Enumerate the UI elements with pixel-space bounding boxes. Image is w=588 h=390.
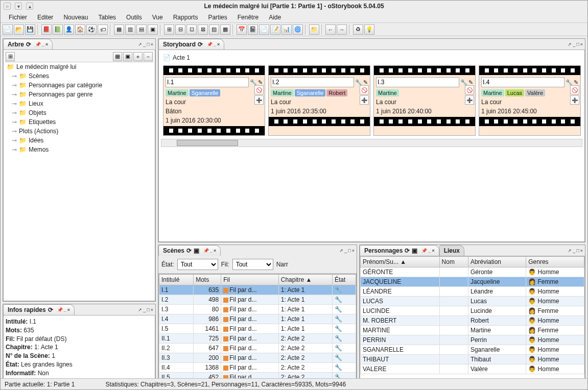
character-row[interactable]: M. ROBERTRobert👨 Homme [361, 316, 584, 326]
tree-item-0[interactable]: ⊸📁 Scènes [5, 71, 154, 81]
pin-icon[interactable]: 📌 [35, 42, 41, 47]
opt-icon[interactable]: ▣ [194, 247, 199, 254]
pin-icon[interactable]: 📌 [203, 248, 209, 253]
toolbar-new-icon[interactable]: 📄 [3, 25, 13, 35]
pin-icon[interactable]: 📌 [421, 248, 427, 253]
tree-root[interactable]: 📁 Le médecin malgré lui [5, 62, 154, 71]
close2-icon[interactable]: × [580, 248, 583, 253]
toolbar-chapter-icon[interactable]: 📗 [53, 25, 63, 35]
add-icon[interactable]: ➕ [360, 95, 369, 105]
scenes-header[interactable]: Chapitre ▲ [278, 275, 332, 285]
block-icon[interactable]: 🚫 [465, 85, 474, 94]
character-row[interactable]: LUCINDELucinde👩 Femme [361, 306, 584, 316]
min-icon[interactable]: _ [210, 248, 213, 253]
scenes-header[interactable]: État [333, 275, 356, 285]
toolbar-grid1-icon[interactable]: ⊞ [164, 25, 174, 35]
scenes-header[interactable]: Fil [221, 275, 279, 285]
wrench-icon[interactable]: 🔧 [460, 79, 467, 86]
menu-editer[interactable]: Editer [33, 13, 57, 22]
scene-row[interactable]: II.41368Fil par d...2: Acte 2🔧 [159, 363, 356, 373]
dock-icon[interactable]: ↗ [568, 42, 572, 47]
window-btn-3[interactable]: ▴ [26, 3, 33, 10]
tree-item-4[interactable]: ⊸📁 Objets [5, 108, 154, 117]
tree-item-3[interactable]: ⊸📁 Lieux [5, 99, 154, 108]
close2-icon[interactable]: × [151, 42, 153, 47]
scenes-header[interactable]: Mots [194, 275, 221, 285]
chars-header[interactable]: Nom [439, 257, 468, 267]
character-row[interactable]: LUCASLucas👨 Homme [361, 297, 584, 306]
toolbar-folder-icon[interactable]: 📁 [309, 25, 319, 35]
scenes-header[interactable]: Intitulé [159, 275, 194, 285]
min-icon[interactable]: _ [428, 248, 431, 253]
edit-icon[interactable]: ✎ [468, 79, 473, 86]
refresh-icon[interactable]: ⟳ [186, 247, 192, 254]
refresh-icon[interactable]: ⟳ [48, 306, 53, 313]
toolbar-chart-icon[interactable]: 📊 [281, 25, 292, 35]
close-icon[interactable]: × [217, 42, 220, 47]
dock-icon[interactable]: ↗ [568, 248, 572, 253]
scenes-etat-select[interactable]: Tout [177, 259, 218, 270]
opt-icon[interactable]: ▣ [412, 247, 417, 254]
menu-nouveau[interactable]: Nouveau [59, 13, 92, 22]
chars-header[interactable]: Genres [526, 257, 584, 267]
max-icon[interactable]: □ [576, 248, 579, 253]
tree-tool-icon[interactable]: ⊞ [6, 52, 15, 61]
character-row[interactable]: MARTINEMartine👩 Femme [361, 326, 584, 335]
menu-parties[interactable]: Parties [204, 13, 231, 22]
character-row[interactable]: VALEREValère👨 Homme [361, 364, 584, 374]
max-icon[interactable]: □ [147, 42, 149, 47]
film-card-0[interactable]: 🔧✎MartineSganarelleLa courBâton1 juin 20… [163, 65, 265, 136]
characters-tab[interactable]: Personnages ⟳▣ 📌_× [360, 245, 439, 256]
min2-icon[interactable]: _ [573, 42, 575, 47]
tree-item-1[interactable]: ⊸📁 Personnages par catégorie [5, 81, 154, 90]
scene-row[interactable]: I.1635Fil par d...1: Acte 1🔧 [159, 285, 356, 295]
refresh-icon[interactable]: ⟳ [198, 41, 203, 48]
toolbar-refresh-icon[interactable]: ♻ [353, 25, 363, 35]
chars-header[interactable]: Prénom/Su... ▲ [361, 257, 440, 267]
toolbar-doc-icon[interactable]: 📄 [259, 25, 269, 35]
add-icon[interactable]: ➕ [570, 95, 579, 105]
min2-icon[interactable]: _ [344, 248, 347, 253]
toolbar-grid6-icon[interactable]: ▩ [220, 25, 230, 35]
pin-icon[interactable]: 📌 [207, 42, 213, 47]
close-icon[interactable]: × [45, 42, 48, 47]
dock-icon[interactable]: ↗ [138, 42, 142, 47]
menu-tables[interactable]: Tables [94, 13, 120, 22]
toolbar-bulb-icon[interactable]: 💡 [364, 25, 374, 35]
close-icon[interactable]: × [432, 248, 434, 253]
toolbar-view4-icon[interactable]: ▣ [148, 25, 158, 35]
toolbar-memo-icon[interactable]: 📝 [270, 25, 280, 35]
pin-icon[interactable]: 📌 [57, 307, 63, 312]
max-icon[interactable]: □ [348, 248, 350, 253]
min2-icon[interactable]: _ [143, 42, 146, 47]
scene-row[interactable]: II.3200Fil par d...2: Acte 2🔧 [159, 353, 356, 363]
toolbar-book-icon[interactable]: 📕 [41, 25, 52, 35]
scene-id-input[interactable] [166, 77, 249, 87]
toolbar-open-icon[interactable]: 📂 [14, 25, 24, 35]
block-icon[interactable]: 🚫 [360, 85, 369, 94]
character-row[interactable]: LÉANDRELéandre👨 Homme [361, 287, 584, 297]
block-icon[interactable]: 🚫 [254, 85, 264, 94]
toolbar-person-icon[interactable]: 👤 [64, 25, 74, 35]
edit-icon[interactable]: ✎ [574, 79, 578, 86]
chars-header[interactable]: Abréviation [468, 257, 526, 267]
scene-row[interactable]: I.4986Fil par d...1: Acte 1🔧 [159, 314, 356, 324]
tree-item-7[interactable]: ⊸📁 Idées [5, 136, 154, 145]
edit-icon[interactable]: ✎ [258, 79, 263, 86]
edit-icon[interactable]: ✎ [363, 79, 368, 86]
character-row[interactable]: SGANARELLESganarelle👨 Homme [361, 345, 584, 355]
add-icon[interactable]: ➕ [254, 95, 264, 105]
toolbar-tag-icon[interactable]: 🏷 [98, 25, 108, 35]
scene-row[interactable]: I.380Fil par d...1: Acte 1🔧 [159, 305, 356, 314]
dock-icon[interactable]: ↗ [138, 307, 142, 312]
toolbar-object-icon[interactable]: ⚽ [86, 25, 97, 35]
scene-row[interactable]: I.51461Fil par d...1: Acte 1🔧 [159, 324, 356, 334]
storyboard-tab[interactable]: Storyboard ⟳ 📌_× [158, 39, 224, 50]
character-row[interactable]: JACQUELINEJacqueline👩 Femme [361, 277, 584, 287]
film-card-3[interactable]: 🔧✎MartineLucasValèreLa cour1 juin 2016 2… [479, 65, 581, 136]
dock-icon[interactable]: ↗ [339, 248, 343, 253]
toolbar-spiral-icon[interactable]: 🌀 [293, 25, 303, 35]
film-card-2[interactable]: 🔧✎MartineLa cour1 juin 2016 20:40:00🚫➕ [373, 65, 476, 136]
tree-minus-icon[interactable]: − [144, 52, 153, 61]
tree-item-8[interactable]: ⊸📁 Memos [5, 145, 154, 154]
